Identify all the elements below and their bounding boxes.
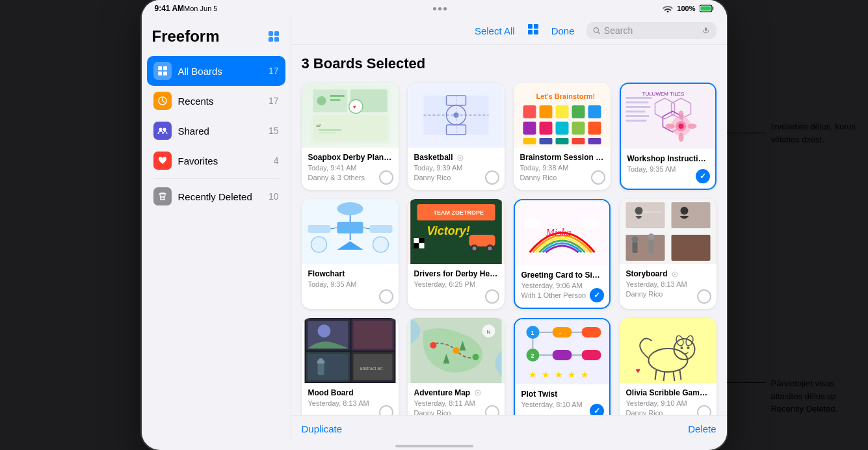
svg-rect-33 (319, 129, 341, 131)
all-boards-label: All Boards (178, 66, 262, 77)
board-name-12: Olivia Scribble Game (626, 388, 710, 397)
selection-circle-8[interactable] (697, 289, 711, 304)
svg-rect-61 (555, 138, 568, 144)
svg-point-29 (317, 96, 326, 105)
svg-point-147 (453, 347, 459, 354)
board-card-7[interactable]: Miska Greeting Card to Sign Yesterday, 9… (514, 199, 611, 309)
svg-rect-1 (712, 7, 713, 10)
svg-rect-82 (625, 115, 649, 117)
svg-rect-49 (523, 105, 536, 118)
selection-circle-6[interactable] (485, 289, 499, 304)
board-card-6[interactable]: TEAM ZOETROPE Victory! (408, 199, 505, 309)
board-thumbnail-2 (408, 83, 505, 148)
svg-text:→: → (557, 330, 562, 336)
duplicate-button[interactable]: Duplicate (302, 423, 343, 434)
board-thumbnail-6: TEAM ZOETROPE Victory! (408, 199, 505, 264)
svg-rect-57 (572, 122, 585, 135)
selection-circle-3[interactable] (591, 170, 605, 185)
svg-point-112 (582, 218, 600, 228)
shared-label: Shared (178, 126, 262, 137)
board-card-11[interactable]: 1 → 2 ★ ★ (514, 318, 611, 415)
status-bar: 9:41 AM Mon Jun 5 100% (142, 0, 727, 17)
board-card-9[interactable]: abstract art Mood Board Yesterday, 8:13 … (302, 318, 399, 415)
svg-rect-107 (419, 238, 424, 243)
svg-rect-117 (625, 202, 664, 228)
sidebar-item-recents[interactable]: Recents 17 (147, 86, 285, 116)
svg-point-146 (430, 342, 436, 349)
svg-rect-106 (414, 238, 419, 243)
recently-deleted-label: Recently Deleted (178, 191, 262, 202)
svg-rect-118 (671, 202, 710, 228)
sidebar-item-recently-deleted[interactable]: Recently Deleted 10 (147, 181, 285, 211)
board-card-3[interactable]: Let's Brainstorm! (514, 83, 611, 190)
shared-count: 15 (269, 126, 279, 136)
sidebar-item-shared[interactable]: Shared 15 (147, 116, 285, 146)
done-button[interactable]: Done (547, 23, 579, 39)
mic-icon[interactable] (702, 26, 709, 35)
svg-rect-30 (330, 95, 344, 97)
select-all-button[interactable]: Select All (471, 23, 519, 39)
selection-circle-12[interactable] (697, 405, 711, 415)
svg-text:N: N (486, 329, 490, 335)
board-name-8: Storyboard (626, 269, 710, 278)
favorites-label: Favorites (178, 155, 267, 166)
board-card-12[interactable]: ♥ Olivia Scribble Game Yesterday, 9:10 A… (620, 318, 717, 415)
svg-point-94 (311, 237, 326, 252)
svg-point-64 (598, 155, 603, 161)
new-board-button[interactable] (267, 30, 280, 43)
svg-rect-18 (534, 24, 538, 29)
svg-point-76 (665, 124, 674, 129)
grid-view-icon[interactable] (527, 23, 540, 39)
board-meta-9: Yesterday, 8:13 AM (308, 399, 392, 408)
svg-rect-54 (523, 122, 536, 135)
search-input[interactable] (604, 25, 698, 36)
sidebar-item-all-boards[interactable]: All Boards 17 (147, 56, 285, 86)
selection-circle-1[interactable] (379, 170, 393, 185)
svg-text:★: ★ (541, 369, 549, 380)
selection-circle-4[interactable] (696, 169, 710, 183)
recently-deleted-icon (153, 187, 172, 205)
wifi-icon (663, 5, 673, 12)
app-title: Freeform (152, 27, 220, 46)
selection-circle-5[interactable] (379, 289, 393, 304)
board-card-2[interactable]: Basketball Today, 9:39 AMDanny Rico (408, 83, 505, 190)
svg-rect-34 (319, 132, 335, 133)
selection-circle-9[interactable] (379, 405, 393, 415)
board-card-4[interactable]: TULUWEM TILES (620, 83, 717, 190)
selection-circle-2[interactable] (485, 170, 499, 185)
search-box (586, 22, 717, 39)
selection-circle-10[interactable] (485, 405, 499, 415)
svg-point-77 (687, 124, 696, 129)
board-card-5[interactable]: Flowchart Today, 9:35 AM (302, 199, 399, 309)
svg-rect-28 (313, 115, 387, 141)
svg-rect-101 (469, 235, 495, 246)
sidebar-item-favorites[interactable]: Favorites 4 (147, 146, 285, 176)
svg-rect-120 (671, 235, 710, 261)
svg-rect-6 (274, 37, 279, 42)
svg-text:Miska: Miska (545, 227, 571, 238)
svg-rect-86 (337, 222, 363, 233)
svg-rect-31 (330, 99, 340, 101)
svg-point-111 (523, 218, 542, 228)
selection-circle-7[interactable] (590, 288, 604, 302)
svg-rect-53 (588, 105, 601, 118)
svg-rect-55 (539, 122, 552, 135)
svg-rect-5 (269, 37, 273, 42)
svg-text:TULUWEM TILES: TULUWEM TILES (642, 91, 684, 97)
selection-circle-11[interactable] (590, 404, 604, 415)
svg-rect-62 (572, 138, 585, 144)
svg-rect-92 (369, 225, 392, 233)
board-card-1[interactable]: 🏎 ♥ Soapbox Derby Plann... Today, 9:41 A… (302, 83, 399, 190)
board-card-8[interactable]: Storyboard Yesterday, 8:13 AMDanny Rico (620, 199, 717, 309)
board-name-5: Flowchart (308, 269, 392, 278)
board-thumbnail-5 (302, 199, 399, 264)
svg-rect-79 (625, 101, 648, 103)
svg-text:2: 2 (531, 352, 534, 359)
svg-rect-124 (632, 241, 637, 253)
delete-button[interactable]: Delete (688, 423, 716, 434)
board-card-10[interactable]: N Adventure Map (408, 318, 505, 415)
recents-icon (153, 92, 172, 110)
svg-point-13 (163, 128, 166, 131)
boards-grid: 🏎 ♥ Soapbox Derby Plann... Today, 9:41 A… (302, 83, 717, 415)
svg-rect-20 (534, 30, 538, 34)
